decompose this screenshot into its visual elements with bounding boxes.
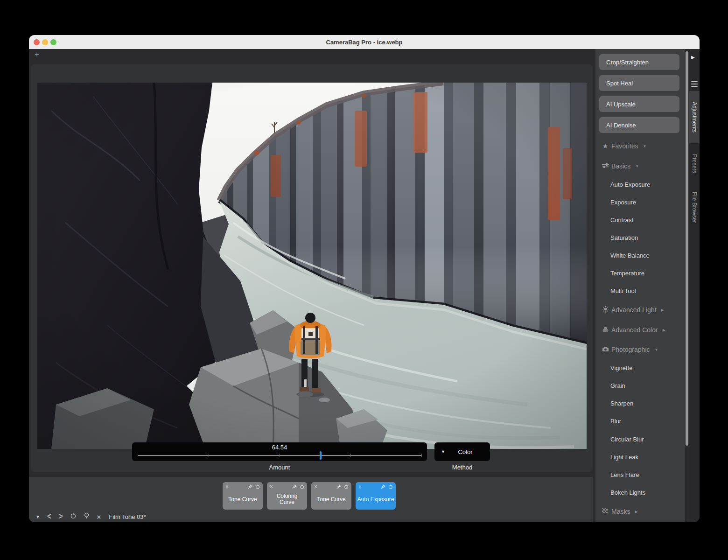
adjustment-grain[interactable]: Grain (610, 381, 625, 390)
section-label: Advanced Light (611, 306, 657, 314)
chevron-down-icon: ▼ (635, 164, 639, 168)
power-icon[interactable] (388, 484, 393, 489)
filter-tile-label: Tone Curve (313, 490, 350, 509)
remove-filter-icon[interactable]: × (270, 483, 273, 490)
amount-slider[interactable]: 64.54 (132, 442, 427, 461)
slider-tick (350, 454, 351, 457)
method-dropdown[interactable]: ▼ Color (434, 442, 490, 461)
chevron-down-icon: ▼ (655, 348, 658, 352)
adjustment-bokeh-lights[interactable]: Bokeh Lights (610, 488, 645, 497)
section-favorites[interactable]: ★ Favorites ▼ (595, 141, 685, 151)
method-value: Color (445, 448, 485, 455)
photo-vignette (37, 83, 587, 449)
filter-tile-auto-exposure-active[interactable]: × Auto Exposure (356, 482, 396, 510)
adjustment-blur[interactable]: Blur (610, 416, 621, 426)
crop-straighten-button[interactable]: Crop/Straighten (599, 54, 679, 70)
pin-icon[interactable] (292, 484, 297, 489)
minimize-window-button[interactable] (42, 39, 48, 45)
previous-preset-icon[interactable]: < (47, 511, 51, 522)
camera-icon (600, 346, 610, 353)
remove-filter-icon[interactable]: × (225, 483, 229, 490)
filter-stack-bar: × Tone Curve × Coloring Curve × (29, 477, 593, 522)
window-title: CameraBag Pro - ice.webp (326, 39, 403, 46)
sun-icon (600, 306, 610, 314)
section-masks[interactable]: Masks ▶ (595, 507, 685, 516)
chevron-right-icon: ▶ (635, 510, 637, 514)
slider-tick (280, 454, 280, 457)
power-icon[interactable] (70, 512, 77, 521)
amount-slider-handle[interactable] (320, 451, 322, 460)
section-advanced-color[interactable]: Advanced Color ▶ (595, 325, 685, 335)
amount-label: Amount (132, 464, 427, 471)
section-label: Favorites (611, 142, 638, 150)
clear-preset-icon[interactable]: × (97, 513, 101, 521)
close-window-button[interactable] (34, 39, 40, 45)
tab-adjustments[interactable]: Adjustments (689, 91, 700, 143)
add-image-button[interactable]: + (33, 51, 41, 59)
section-label: Basics (611, 162, 630, 170)
adjustment-temperature[interactable]: Temperature (610, 268, 644, 278)
chevron-down-icon: ▼ (441, 449, 445, 454)
filter-tiles: × Tone Curve × Coloring Curve × (223, 482, 396, 510)
magnifier-icon[interactable] (84, 512, 90, 521)
collapse-icon[interactable]: ▼ (35, 514, 40, 519)
photo-canvas[interactable] (37, 83, 587, 449)
adjustment-exposure[interactable]: Exposure (610, 197, 636, 207)
power-icon[interactable] (300, 484, 304, 489)
filter-tile-tone-curve[interactable]: × Tone Curve (223, 482, 263, 510)
amount-slider-track[interactable] (138, 455, 421, 456)
sidebar-scrollbar[interactable] (686, 51, 688, 446)
chevron-right-icon: ▶ (661, 308, 664, 312)
menu-icon[interactable] (691, 80, 698, 88)
adjustment-sharpen[interactable]: Sharpen (610, 399, 633, 408)
image-canvas-panel: 64.54 Amount ▼ Color Method (31, 64, 593, 472)
section-label: Photographic (611, 346, 650, 353)
adjustment-light-leak[interactable]: Light Leak (610, 452, 638, 462)
slider-tick (209, 454, 209, 457)
filter-tile-label: Tone Curve (224, 490, 261, 509)
title-bar: CameraBag Pro - ice.webp (29, 35, 700, 49)
ai-upscale-button[interactable]: AI Upscale (599, 96, 679, 112)
pin-icon[interactable] (336, 484, 341, 489)
section-advanced-light[interactable]: Advanced Light ▶ (595, 305, 685, 315)
filter-tile-coloring-curve[interactable]: × Coloring Curve (267, 482, 307, 510)
power-icon[interactable] (344, 484, 349, 489)
pin-icon[interactable] (248, 484, 252, 489)
zoom-window-button[interactable] (50, 39, 56, 45)
pin-icon[interactable] (381, 484, 385, 489)
adjustment-saturation[interactable]: Saturation (610, 233, 638, 242)
collapse-panel-icon[interactable]: ▶ (691, 55, 695, 60)
filter-tile-tone-curve-2[interactable]: × Tone Curve (311, 482, 351, 510)
next-preset-icon[interactable]: > (58, 511, 63, 522)
tab-file-browser[interactable]: File Browser (689, 185, 700, 230)
section-photographic[interactable]: Photographic ▼ (595, 345, 685, 354)
remove-filter-icon[interactable]: × (314, 483, 317, 490)
checkerboard-icon (600, 508, 610, 516)
section-label: Advanced Color (611, 326, 658, 334)
ai-denoise-button[interactable]: AI Denoise (599, 117, 679, 133)
section-basics[interactable]: Basics ▼ (595, 161, 685, 171)
app-window: CameraBag Pro - ice.webp + (29, 35, 700, 522)
adjustments-sidebar: Crop/Straighten Spot Heal AI Upscale AI … (595, 49, 685, 522)
adjustment-circular-blur[interactable]: Circular Blur (610, 434, 644, 444)
tab-presets[interactable]: Presets (689, 149, 700, 177)
power-icon[interactable] (255, 484, 260, 489)
adjustment-white-balance[interactable]: White Balance (610, 251, 650, 260)
slider-tick (421, 454, 422, 457)
chevron-right-icon: ▶ (663, 328, 665, 332)
spot-heal-button[interactable]: Spot Heal (599, 75, 679, 91)
chevron-down-icon: ▼ (643, 144, 647, 148)
section-label: Masks (611, 508, 630, 515)
adjustment-contrast[interactable]: Contrast (610, 215, 633, 224)
adjustment-multi-tool[interactable]: Multi Tool (610, 286, 636, 295)
filter-tile-label: Coloring Curve (268, 490, 306, 509)
remove-filter-icon[interactable]: × (358, 483, 362, 490)
adjustment-vignette[interactable]: Vignette (610, 363, 632, 372)
color-circles-icon (600, 326, 610, 334)
panel-tab-strip: ▶ Adjustments Presets File Browser (689, 49, 700, 522)
adjustment-lens-flare[interactable]: Lens Flare (610, 470, 639, 479)
slider-tick (138, 454, 138, 457)
adjustment-auto-exposure[interactable]: Auto Exposure (610, 180, 650, 189)
filter-tile-label: Auto Exposure (357, 490, 394, 509)
star-icon: ★ (600, 142, 610, 150)
